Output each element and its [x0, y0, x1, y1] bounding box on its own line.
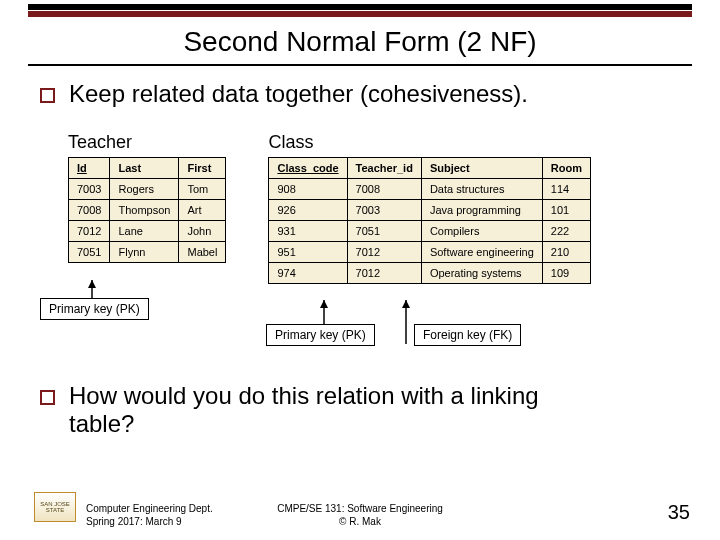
column-header: First	[179, 158, 226, 179]
table-row: 7051FlynnMabel	[69, 242, 226, 263]
table-cell: John	[179, 221, 226, 242]
table-row: 9517012Software engineering210	[269, 242, 591, 263]
slide-body: Keep related data together (cohesiveness…	[40, 80, 680, 438]
table-cell: 931	[269, 221, 347, 242]
table-cell: 109	[542, 263, 590, 284]
pk-label-class: Primary key (PK)	[266, 324, 375, 346]
table-cell: 7051	[347, 221, 421, 242]
class-table: Class_codeTeacher_idSubjectRoom9087008Da…	[268, 157, 591, 284]
table-cell: 7051	[69, 242, 110, 263]
slide: Second Normal Form (2 NF) Keep related d…	[0, 0, 720, 540]
pk-label-teacher: Primary key (PK)	[40, 298, 149, 320]
table-cell: Thompson	[110, 200, 179, 221]
column-header: Last	[110, 158, 179, 179]
table-cell: Compilers	[421, 221, 542, 242]
table-row: 9747012Operating systems109	[269, 263, 591, 284]
table-cell: 974	[269, 263, 347, 284]
table-cell: Software engineering	[421, 242, 542, 263]
column-header: Teacher_id	[347, 158, 421, 179]
table-cell: 7008	[69, 200, 110, 221]
table-cell: Java programming	[421, 200, 542, 221]
column-header: Room	[542, 158, 590, 179]
bullet-1: Keep related data together (cohesiveness…	[40, 80, 680, 108]
table-cell: 7012	[69, 221, 110, 242]
table-cell: Lane	[110, 221, 179, 242]
table-cell: 210	[542, 242, 590, 263]
table-row: 7008ThompsonArt	[69, 200, 226, 221]
table-cell: Data structures	[421, 179, 542, 200]
footer-pagenum: 35	[668, 501, 690, 524]
key-labels-row: Primary key (PK) Primary key (PK) Foreig…	[40, 284, 680, 364]
decor-bar-black	[28, 4, 692, 10]
decor-bar-maroon	[28, 11, 692, 17]
table-cell: 908	[269, 179, 347, 200]
class-table-block: Class Class_codeTeacher_idSubjectRoom908…	[268, 132, 591, 284]
table-cell: 222	[542, 221, 590, 242]
table-cell: 951	[269, 242, 347, 263]
table-cell: 114	[542, 179, 590, 200]
table-cell: Tom	[179, 179, 226, 200]
bullet-marker-icon	[40, 390, 55, 405]
slide-title: Second Normal Form (2 NF)	[0, 26, 720, 58]
table-row: 7012LaneJohn	[69, 221, 226, 242]
table-cell: Flynn	[110, 242, 179, 263]
fk-label-class: Foreign key (FK)	[414, 324, 521, 346]
table-row: 9317051Compilers222	[269, 221, 591, 242]
column-header: Id	[69, 158, 110, 179]
title-underline	[28, 64, 692, 66]
bullet-2: How would you do this relation with a li…	[40, 382, 680, 438]
table-cell: 7012	[347, 263, 421, 284]
table-cell: 7012	[347, 242, 421, 263]
table-cell: Rogers	[110, 179, 179, 200]
footer-center: CMPE/SE 131: Software Engineering © R. M…	[0, 502, 720, 528]
table-cell: 7008	[347, 179, 421, 200]
bullet-marker-icon	[40, 88, 55, 103]
table-cell: 7003	[69, 179, 110, 200]
footer-center-line1: CMPE/SE 131: Software Engineering	[0, 502, 720, 515]
column-header: Subject	[421, 158, 542, 179]
table-cell: 101	[542, 200, 590, 221]
bullet-2-text: How would you do this relation with a li…	[69, 382, 589, 438]
tables-row: Teacher IdLastFirst7003RogersTom7008Thom…	[68, 132, 680, 284]
table-row: 9087008Data structures114	[269, 179, 591, 200]
teacher-table-title: Teacher	[68, 132, 226, 153]
table-row: 9267003Java programming101	[269, 200, 591, 221]
footer-center-line2: © R. Mak	[0, 515, 720, 528]
teacher-table: IdLastFirst7003RogersTom7008ThompsonArt7…	[68, 157, 226, 263]
table-cell: 926	[269, 200, 347, 221]
class-table-title: Class	[268, 132, 591, 153]
table-row: 7003RogersTom	[69, 179, 226, 200]
table-cell: Operating systems	[421, 263, 542, 284]
bullet-1-text: Keep related data together (cohesiveness…	[69, 80, 528, 108]
column-header: Class_code	[269, 158, 347, 179]
teacher-table-block: Teacher IdLastFirst7003RogersTom7008Thom…	[68, 132, 226, 284]
table-cell: Mabel	[179, 242, 226, 263]
table-cell: Art	[179, 200, 226, 221]
table-cell: 7003	[347, 200, 421, 221]
footer: SAN JOSE STATE Computer Engineering Dept…	[0, 490, 720, 530]
